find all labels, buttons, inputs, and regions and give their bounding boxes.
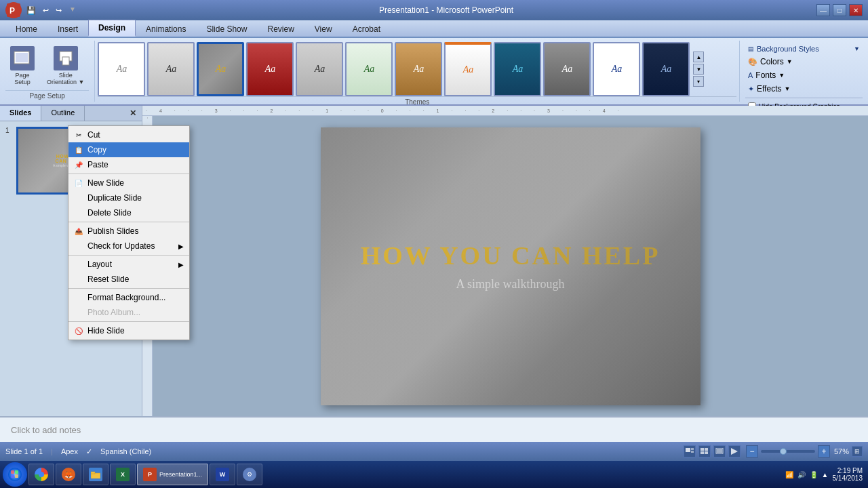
tab-home[interactable]: Home — [5, 21, 47, 37]
menu-publish-slides[interactable]: 📤 Publish Slides — [68, 224, 189, 239]
theme-5[interactable]: Aa — [296, 42, 343, 96]
menu-hide-slide[interactable]: 🚫 Hide Slide — [68, 323, 189, 338]
themes-section: Aa Aa Aa Aa Aa Aa Aa Aa — [95, 41, 739, 102]
theme-2[interactable]: Aa — [147, 42, 195, 96]
menu-check-updates-label: Check for Updates — [87, 241, 155, 251]
slide-number-1: 1 — [5, 127, 14, 195]
undo-icon[interactable]: ↩ — [41, 5, 51, 16]
themes-scroll: ▲ ▼ ▾ — [693, 52, 704, 87]
page-setup-buttons: Page Setup Slide Orientation ▼ — [5, 43, 89, 89]
tab-design[interactable]: Design — [88, 20, 136, 37]
taskbar-excel[interactable]: X — [110, 464, 136, 485]
taskbar-system[interactable]: ⚙ — [237, 464, 262, 485]
effects-row[interactable]: ✦ Effects ▼ — [745, 83, 863, 95]
svg-rect-22 — [91, 472, 95, 474]
colors-row[interactable]: 🎨 Colors ▼ — [745, 56, 863, 68]
clock: 2:19 PM 5/14/2013 — [833, 467, 863, 482]
tab-outline[interactable]: Outline — [41, 106, 85, 121]
tab-slides[interactable]: Slides — [0, 106, 41, 121]
menu-reset-slide[interactable]: Reset Slide — [68, 272, 189, 287]
slide-with-ruler: ·3·2·1·0·1·2·3· HOW YOU CAN HELP A simpl… — [142, 116, 868, 416]
theme-9[interactable]: Aa — [494, 42, 541, 96]
taskbar-explorer[interactable] — [83, 464, 108, 485]
menu-copy-label: Copy — [87, 145, 106, 155]
themes-scroll-down[interactable]: ▼ — [693, 64, 704, 75]
tab-view[interactable]: View — [304, 21, 342, 37]
normal-view-button[interactable] — [684, 445, 696, 458]
zoom-out-button[interactable]: − — [746, 445, 758, 458]
tab-review[interactable]: Review — [257, 21, 304, 37]
tab-acrobat[interactable]: Acrobat — [342, 21, 391, 37]
theme-12[interactable]: Aa — [642, 42, 690, 96]
menu-paste[interactable]: 📌 Paste — [68, 157, 189, 172]
svg-rect-6 — [686, 448, 690, 452]
slide-orientation-button[interactable]: Slide Orientation ▼ — [42, 43, 89, 89]
page-setup-button[interactable]: Page Setup — [5, 43, 39, 89]
svg-rect-10 — [705, 448, 708, 451]
close-button[interactable]: ✕ — [849, 4, 863, 16]
menu-duplicate-slide[interactable]: Duplicate Slide — [68, 190, 189, 205]
themes-scroll-up[interactable]: ▲ — [693, 52, 704, 62]
zoom-slider-thumb[interactable] — [780, 448, 787, 455]
ribbon: Page Setup Slide Orientation ▼ Page Setu… — [0, 38, 868, 106]
themes-more[interactable]: ▾ — [693, 76, 704, 87]
customize-arrow[interactable]: ▼ — [69, 5, 76, 16]
theme-8[interactable]: Aa — [444, 42, 492, 96]
background-styles-button[interactable]: ▤ Background Styles ▼ — [745, 43, 863, 54]
zoom-in-button[interactable]: + — [818, 445, 830, 458]
separator-4 — [68, 288, 189, 289]
taskbar-firefox[interactable]: 🦊 — [56, 464, 81, 485]
background-section: ▤ Background Styles ▼ 🎨 Colors ▼ A Fonts… — [739, 41, 868, 102]
save-icon[interactable]: 💾 — [24, 5, 38, 16]
tab-insert[interactable]: Insert — [47, 21, 88, 37]
theme-6[interactable]: Aa — [345, 42, 393, 96]
theme-7[interactable]: Aa — [395, 42, 442, 96]
menu-cut[interactable]: ✂ Cut — [68, 127, 189, 142]
fit-to-window-button[interactable]: ⊞ — [852, 446, 863, 457]
minimize-button[interactable]: — — [816, 4, 830, 16]
systray-arrow[interactable]: ▲ — [822, 471, 829, 479]
menu-copy[interactable]: 📋 Copy — [68, 142, 189, 157]
menu-delete-slide[interactable]: Delete Slide — [68, 205, 189, 220]
new-slide-icon: 📄 — [73, 178, 85, 188]
slide-bg-overlay — [321, 127, 701, 405]
separator-1 — [68, 174, 189, 174]
fonts-row[interactable]: A Fonts ▼ — [745, 69, 863, 81]
svg-rect-17 — [11, 470, 14, 474]
menu-layout-label: Layout — [87, 260, 112, 269]
svg-marker-15 — [731, 448, 738, 455]
tab-animations[interactable]: Animations — [136, 21, 196, 37]
tab-slideshow[interactable]: Slide Show — [196, 21, 257, 37]
slide-canvas-area[interactable]: HOW YOU CAN HELP A simple walkthrough — [153, 116, 868, 416]
redo-icon[interactable]: ↪ — [54, 5, 64, 16]
theme-11[interactable]: Aa — [593, 42, 640, 96]
zoom-slider[interactable] — [761, 450, 815, 453]
panel-close-button[interactable]: ✕ — [124, 106, 142, 121]
menu-new-slide[interactable]: 📄 New Slide — [68, 176, 189, 190]
taskbar-chrome[interactable] — [28, 464, 54, 485]
menu-cut-label: Cut — [87, 130, 100, 140]
svg-rect-14 — [717, 449, 722, 453]
theme-3[interactable]: Aa — [197, 42, 244, 96]
menu-photo-album-label: Photo Album... — [87, 308, 140, 317]
h-ruler-marks: ·4···3···2···1···0···1···2···3···4· — [146, 108, 631, 113]
notes-placeholder: Click to add notes — [11, 425, 81, 435]
start-button[interactable] — [3, 462, 27, 487]
systray-network: 📶 — [785, 471, 793, 479]
menu-format-background[interactable]: Format Background... — [68, 290, 189, 305]
chrome-inner — [39, 472, 44, 477]
theme-10[interactable]: Aa — [543, 42, 591, 96]
notes-area[interactable]: Click to add notes — [0, 416, 868, 442]
taskbar-powerpoint[interactable]: P Presentation1... — [137, 464, 208, 485]
menu-check-updates[interactable]: Check for Updates ▶ — [68, 239, 189, 253]
panel-tabs: Slides Outline ✕ — [0, 106, 142, 121]
maximize-button[interactable]: □ — [833, 4, 846, 16]
theme-4[interactable]: Aa — [246, 42, 294, 96]
menu-duplicate-label: Duplicate Slide — [87, 193, 142, 203]
slideshow-button[interactable] — [728, 445, 741, 458]
taskbar-word[interactable]: W — [210, 464, 235, 485]
slide-sorter-button[interactable] — [698, 445, 711, 458]
reading-view-button[interactable] — [713, 445, 726, 458]
menu-layout[interactable]: Layout ▶ — [68, 257, 189, 272]
theme-1[interactable]: Aa — [98, 42, 145, 96]
